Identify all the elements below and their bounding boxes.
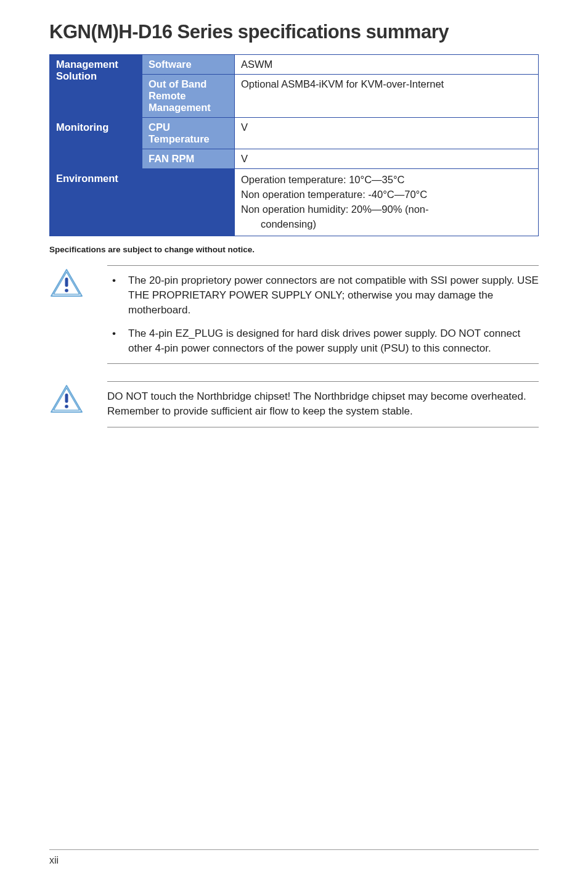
value-env: Operation temperature: 10°C—35°C Non ope… [235, 169, 539, 236]
caution-icon [49, 265, 84, 299]
page-number: xii [49, 855, 59, 865]
env-line: Non operation temperature: -40°C—70°C [241, 188, 532, 202]
callout-content: DO NOT touch the Northbridge chipset! Th… [107, 381, 539, 427]
svg-rect-6 [65, 394, 68, 403]
caution-callout-2: DO NOT touch the Northbridge chipset! Th… [49, 381, 539, 427]
spec-table: Management Solution Software ASWM Out of… [49, 54, 539, 236]
svg-point-7 [65, 405, 68, 409]
row-header-env: Environment [50, 169, 235, 236]
spec-change-note: Specifications are subject to change wit… [49, 245, 539, 254]
row-header-mon: Monitoring [50, 118, 142, 169]
env-line: Non operation humidity: 20%—90% (non- [241, 202, 532, 217]
page-title: KGN(M)H-D16 Series specifications summar… [49, 21, 539, 43]
env-line: condensing) [241, 217, 532, 232]
env-line: Operation temperature: 10°C—35°C [241, 173, 532, 188]
callout-text: DO NOT touch the Northbridge chipset! Th… [107, 389, 539, 419]
table-row: Management Solution Software ASWM [50, 55, 539, 75]
page-footer: xii [49, 849, 539, 866]
svg-point-3 [65, 289, 68, 292]
subheader-oob: Out of Band Remote Management [142, 75, 235, 118]
svg-rect-2 [65, 278, 68, 287]
value-software: ASWM [235, 55, 539, 75]
value-fanrpm: V [235, 149, 539, 169]
row-header-mgmt: Management Solution [50, 55, 142, 118]
subheader-software: Software [142, 55, 235, 75]
subheader-cputemp: CPU Temperature [142, 118, 235, 149]
caution-icon [49, 381, 84, 415]
value-cputemp: V [235, 118, 539, 149]
value-oob: Optional ASMB4-iKVM for KVM-over-Interne… [235, 75, 539, 118]
table-row: Environment Operation temperature: 10°C—… [50, 169, 539, 236]
list-item: The 20-pin proprietory power connectors … [107, 273, 539, 318]
table-row: Monitoring CPU Temperature V [50, 118, 539, 149]
caution-callout-1: The 20-pin proprietory power connectors … [49, 265, 539, 365]
callout-content: The 20-pin proprietory power connectors … [107, 265, 539, 365]
list-item: The 4-pin EZ_PLUG is designed for hard d… [107, 326, 539, 356]
subheader-fanrpm: FAN RPM [142, 149, 235, 169]
